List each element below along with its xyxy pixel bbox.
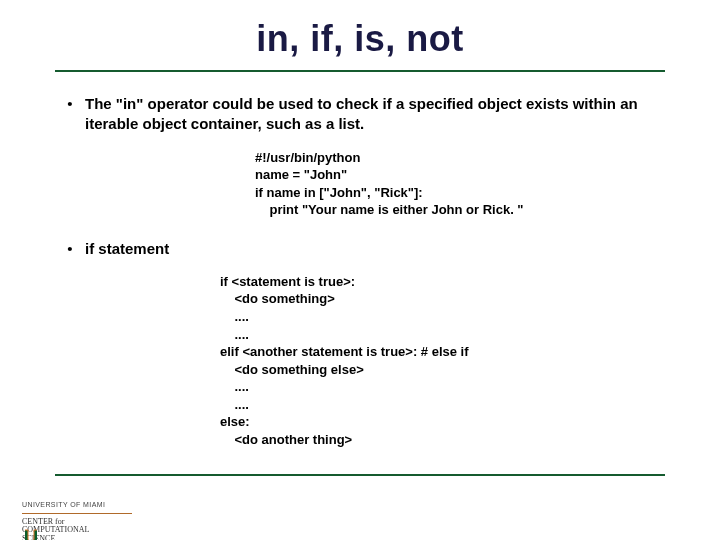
code1-l1: name = "John"	[255, 167, 347, 182]
footer-univ: UNIVERSITY OF MIAMI	[22, 501, 132, 509]
bullet-dot: •	[55, 94, 85, 135]
bullet-dot: •	[55, 239, 85, 259]
code-block-2: if <statement is true>: <do something> .…	[220, 273, 665, 448]
code2-l3: ....	[220, 327, 249, 342]
u-logo-icon	[22, 528, 40, 540]
code2-l4: elif <another statement is true>: # else…	[220, 344, 469, 359]
code1-l3: print "Your name is either John or Rick.…	[255, 202, 524, 217]
code2-l0: if <statement is true>:	[220, 274, 355, 289]
slide: in, if, is, not • The "in" operator coul…	[0, 18, 720, 540]
code2-l1: <do something>	[220, 291, 335, 306]
code2-l7: ....	[220, 397, 249, 412]
code2-l9: <do another thing>	[220, 432, 352, 447]
bullet-text-1: The "in" operator could be used to check…	[85, 94, 665, 135]
code2-l6: ....	[220, 379, 249, 394]
footer-divider	[55, 474, 665, 476]
code2-l2: ....	[220, 309, 249, 324]
footer: UNIVERSITY OF MIAMI CENTER for COMPUTATI…	[22, 501, 132, 540]
bullet-text-2: if statement	[85, 239, 169, 259]
title-underline	[55, 70, 665, 72]
code1-l2: if name in ["John", "Rick"]:	[255, 185, 423, 200]
code1-l0: #!/usr/bin/python	[255, 150, 360, 165]
slide-title: in, if, is, not	[0, 18, 720, 60]
code2-l5: <do something else>	[220, 362, 364, 377]
code-block-1: #!/usr/bin/python name = "John" if name …	[255, 149, 665, 219]
content-area: • The "in" operator could be used to che…	[55, 94, 665, 448]
code2-l8: else:	[220, 414, 250, 429]
bullet-item-1: • The "in" operator could be used to che…	[55, 94, 665, 135]
footer-orange-line	[22, 513, 132, 514]
bullet-item-2: • if statement	[55, 239, 665, 259]
